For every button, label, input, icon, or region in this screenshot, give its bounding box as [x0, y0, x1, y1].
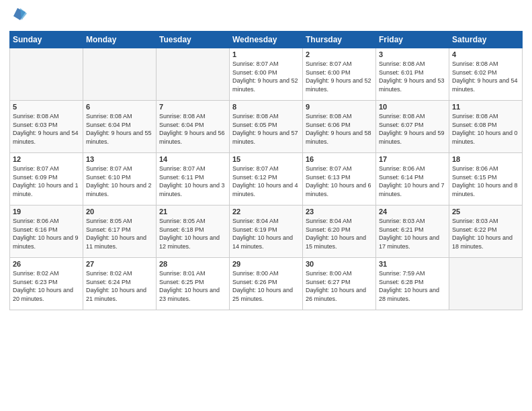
day-info: Sunrise: 8:00 AM Sunset: 6:26 PM Dayligh…	[232, 269, 300, 303]
day-info: Sunrise: 8:03 AM Sunset: 6:22 PM Dayligh…	[452, 217, 519, 250]
calendar-cell	[83, 48, 157, 101]
calendar-week-2: 5Sunrise: 8:08 AM Sunset: 6:03 PM Daylig…	[10, 101, 523, 153]
calendar-cell: 28Sunrise: 8:01 AM Sunset: 6:25 PM Dayli…	[157, 258, 230, 310]
day-number: 11	[452, 103, 519, 111]
day-number: 26	[13, 260, 80, 268]
day-number: 18	[452, 155, 519, 163]
calendar-cell: 24Sunrise: 8:03 AM Sunset: 6:21 PM Dayli…	[376, 205, 449, 258]
calendar-week-1: 1Sunrise: 8:07 AM Sunset: 6:00 PM Daylig…	[10, 48, 523, 101]
header	[9, 8, 523, 24]
day-info: Sunrise: 8:06 AM Sunset: 6:15 PM Dayligh…	[452, 165, 519, 198]
calendar-cell: 18Sunrise: 8:06 AM Sunset: 6:15 PM Dayli…	[449, 153, 523, 205]
weekday-header-monday: Monday	[83, 32, 157, 48]
calendar-cell: 30Sunrise: 8:00 AM Sunset: 6:27 PM Dayli…	[303, 258, 376, 310]
day-info: Sunrise: 8:08 AM Sunset: 6:07 PM Dayligh…	[379, 112, 446, 146]
logo-icon	[12, 7, 27, 24]
calendar-cell: 1Sunrise: 8:07 AM Sunset: 6:00 PM Daylig…	[230, 48, 303, 101]
calendar-week-3: 12Sunrise: 8:07 AM Sunset: 6:09 PM Dayli…	[10, 153, 523, 205]
day-info: Sunrise: 8:08 AM Sunset: 6:02 PM Dayligh…	[452, 60, 519, 93]
calendar-cell: 11Sunrise: 8:08 AM Sunset: 6:08 PM Dayli…	[449, 101, 523, 153]
day-number: 1	[232, 50, 300, 58]
day-info: Sunrise: 8:06 AM Sunset: 6:16 PM Dayligh…	[13, 217, 80, 250]
day-number: 5	[13, 103, 80, 111]
calendar-cell: 29Sunrise: 8:00 AM Sunset: 6:26 PM Dayli…	[230, 258, 303, 310]
calendar-week-5: 26Sunrise: 8:02 AM Sunset: 6:23 PM Dayli…	[10, 258, 523, 310]
day-number: 24	[379, 208, 446, 216]
calendar-cell: 5Sunrise: 8:08 AM Sunset: 6:03 PM Daylig…	[10, 101, 83, 153]
page: SundayMondayTuesdayWednesdayThursdayFrid…	[0, 0, 532, 411]
calendar-cell: 6Sunrise: 8:08 AM Sunset: 6:04 PM Daylig…	[83, 101, 157, 153]
day-info: Sunrise: 8:08 AM Sunset: 6:04 PM Dayligh…	[159, 112, 226, 146]
day-number: 20	[86, 208, 153, 216]
calendar-table: SundayMondayTuesdayWednesdayThursdayFrid…	[9, 31, 523, 310]
day-info: Sunrise: 7:59 AM Sunset: 6:28 PM Dayligh…	[379, 269, 446, 303]
calendar-cell: 22Sunrise: 8:04 AM Sunset: 6:19 PM Dayli…	[230, 205, 303, 258]
day-number: 6	[86, 103, 153, 111]
day-info: Sunrise: 8:05 AM Sunset: 6:18 PM Dayligh…	[159, 217, 226, 250]
weekday-header-sunday: Sunday	[10, 32, 83, 48]
day-info: Sunrise: 8:07 AM Sunset: 6:10 PM Dayligh…	[86, 165, 153, 198]
day-info: Sunrise: 8:08 AM Sunset: 6:05 PM Dayligh…	[232, 112, 300, 146]
weekday-header-row: SundayMondayTuesdayWednesdayThursdayFrid…	[10, 32, 523, 48]
day-number: 12	[13, 155, 80, 163]
logo	[9, 8, 27, 24]
day-info: Sunrise: 8:07 AM Sunset: 6:00 PM Dayligh…	[232, 60, 300, 93]
day-number: 16	[306, 155, 373, 163]
day-info: Sunrise: 8:01 AM Sunset: 6:25 PM Dayligh…	[159, 269, 226, 303]
day-info: Sunrise: 8:05 AM Sunset: 6:17 PM Dayligh…	[86, 217, 153, 250]
calendar-cell: 19Sunrise: 8:06 AM Sunset: 6:16 PM Dayli…	[10, 205, 83, 258]
calendar-cell: 3Sunrise: 8:08 AM Sunset: 6:01 PM Daylig…	[376, 48, 449, 101]
day-info: Sunrise: 8:07 AM Sunset: 6:13 PM Dayligh…	[306, 165, 373, 198]
calendar-cell	[10, 48, 83, 101]
calendar-cell: 14Sunrise: 8:07 AM Sunset: 6:11 PM Dayli…	[157, 153, 230, 205]
day-number: 29	[232, 260, 300, 268]
day-number: 23	[306, 208, 373, 216]
day-info: Sunrise: 8:03 AM Sunset: 6:21 PM Dayligh…	[379, 217, 446, 250]
day-number: 25	[452, 208, 519, 216]
calendar-cell: 16Sunrise: 8:07 AM Sunset: 6:13 PM Dayli…	[303, 153, 376, 205]
weekday-header-friday: Friday	[376, 32, 449, 48]
calendar-cell: 25Sunrise: 8:03 AM Sunset: 6:22 PM Dayli…	[449, 205, 523, 258]
day-info: Sunrise: 8:07 AM Sunset: 6:00 PM Dayligh…	[306, 60, 373, 93]
day-info: Sunrise: 8:00 AM Sunset: 6:27 PM Dayligh…	[306, 269, 373, 303]
calendar-cell: 26Sunrise: 8:02 AM Sunset: 6:23 PM Dayli…	[10, 258, 83, 310]
day-info: Sunrise: 8:04 AM Sunset: 6:20 PM Dayligh…	[306, 217, 373, 250]
weekday-header-tuesday: Tuesday	[157, 32, 230, 48]
calendar-cell: 10Sunrise: 8:08 AM Sunset: 6:07 PM Dayli…	[376, 101, 449, 153]
calendar-cell: 12Sunrise: 8:07 AM Sunset: 6:09 PM Dayli…	[10, 153, 83, 205]
calendar-cell: 31Sunrise: 7:59 AM Sunset: 6:28 PM Dayli…	[376, 258, 449, 310]
calendar-cell: 27Sunrise: 8:02 AM Sunset: 6:24 PM Dayli…	[83, 258, 157, 310]
calendar-cell: 15Sunrise: 8:07 AM Sunset: 6:12 PM Dayli…	[230, 153, 303, 205]
weekday-header-wednesday: Wednesday	[230, 32, 303, 48]
calendar-cell: 9Sunrise: 8:08 AM Sunset: 6:06 PM Daylig…	[303, 101, 376, 153]
day-number: 13	[86, 155, 153, 163]
day-number: 27	[86, 260, 153, 268]
calendar-cell: 21Sunrise: 8:05 AM Sunset: 6:18 PM Dayli…	[157, 205, 230, 258]
calendar-cell: 17Sunrise: 8:06 AM Sunset: 6:14 PM Dayli…	[376, 153, 449, 205]
calendar-week-4: 19Sunrise: 8:06 AM Sunset: 6:16 PM Dayli…	[10, 205, 523, 258]
day-info: Sunrise: 8:08 AM Sunset: 6:03 PM Dayligh…	[13, 112, 80, 146]
day-number: 10	[379, 103, 446, 111]
day-info: Sunrise: 8:08 AM Sunset: 6:04 PM Dayligh…	[86, 112, 153, 146]
day-number: 21	[159, 208, 226, 216]
day-info: Sunrise: 8:02 AM Sunset: 6:24 PM Dayligh…	[86, 269, 153, 303]
calendar-cell: 23Sunrise: 8:04 AM Sunset: 6:20 PM Dayli…	[303, 205, 376, 258]
day-info: Sunrise: 8:07 AM Sunset: 6:12 PM Dayligh…	[232, 165, 300, 198]
calendar-cell	[157, 48, 230, 101]
day-number: 15	[232, 155, 300, 163]
day-number: 17	[379, 155, 446, 163]
calendar-cell	[449, 258, 523, 310]
day-info: Sunrise: 8:08 AM Sunset: 6:01 PM Dayligh…	[379, 60, 446, 93]
day-info: Sunrise: 8:02 AM Sunset: 6:23 PM Dayligh…	[13, 269, 80, 303]
weekday-header-thursday: Thursday	[303, 32, 376, 48]
calendar-cell: 13Sunrise: 8:07 AM Sunset: 6:10 PM Dayli…	[83, 153, 157, 205]
day-number: 7	[159, 103, 226, 111]
calendar-cell: 2Sunrise: 8:07 AM Sunset: 6:00 PM Daylig…	[303, 48, 376, 101]
calendar-cell: 4Sunrise: 8:08 AM Sunset: 6:02 PM Daylig…	[449, 48, 523, 101]
day-info: Sunrise: 8:04 AM Sunset: 6:19 PM Dayligh…	[232, 217, 300, 250]
day-info: Sunrise: 8:07 AM Sunset: 6:09 PM Dayligh…	[13, 165, 80, 198]
day-number: 30	[306, 260, 373, 268]
day-number: 3	[379, 50, 446, 58]
day-number: 28	[159, 260, 226, 268]
day-number: 22	[232, 208, 300, 216]
